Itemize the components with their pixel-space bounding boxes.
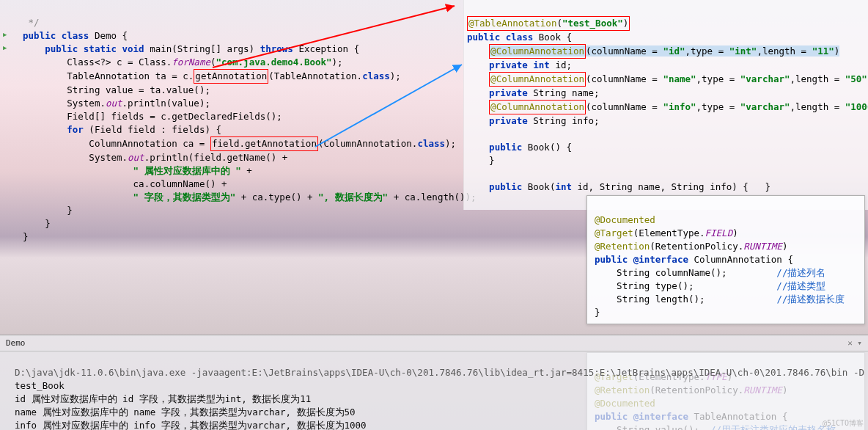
code: ); — [390, 70, 401, 81]
code: Book( — [522, 181, 555, 192]
code: ,length = — [790, 73, 845, 84]
keyword: class — [417, 138, 445, 149]
code: TableAnnotation ta = c. — [67, 70, 194, 81]
console-settings-icon[interactable]: ✕ ▾ — [847, 338, 862, 348]
column-annotation-popup: @Documented @Target(ElementType.FIELD) @… — [586, 195, 865, 324]
console-line: id 属性对应数据库中的 id 字段，其数据类型为int, 数据长度为11 — [15, 393, 311, 404]
code: ca.columnName() + — [133, 178, 227, 189]
code: .println(value); — [122, 98, 210, 109]
code: Book() { — [522, 142, 572, 153]
keyword: public class — [467, 32, 533, 43]
keyword: for — [67, 124, 84, 135]
string: "info" — [663, 101, 696, 112]
code: } — [45, 218, 51, 229]
code: } — [67, 205, 73, 216]
code: String value = ta.value(); — [67, 84, 210, 95]
string: "varchar" — [740, 73, 790, 84]
run-gutter-icon[interactable]: ▶ — [3, 41, 7, 54]
code: id; — [550, 59, 572, 70]
console-line: name 属性对应数据库中的 name 字段，其数据类型为varchar, 数据… — [15, 407, 356, 418]
code: Book { — [533, 32, 572, 43]
keyword: private int — [489, 59, 550, 70]
code: ); — [445, 138, 456, 149]
console-output[interactable]: D:\java\jdk-11.0.6\bin\java.exe -javaage… — [0, 351, 868, 430]
console-tab[interactable]: Demo — [6, 338, 26, 348]
code: (ColumnAnnotation. — [318, 138, 417, 149]
string: "varchar" — [740, 101, 790, 112]
watermark: @51CTO博客 — [823, 418, 864, 429]
code: ,length = — [790, 101, 845, 112]
code: ,type = — [696, 73, 740, 84]
editor-gutter: ▶ ▶ — [0, 0, 12, 335]
code: ); — [332, 57, 343, 68]
field: out — [128, 152, 144, 163]
code: (columnName = — [586, 101, 663, 112]
code: .println(field.getName() + — [144, 152, 288, 163]
code: Class<?> c = Class. — [67, 57, 172, 68]
code: (Field field : fields) { — [84, 124, 221, 135]
keyword: public — [489, 181, 522, 192]
keyword: public — [489, 142, 522, 153]
keyword: private — [489, 115, 528, 126]
method: main — [150, 43, 172, 54]
keyword: private — [489, 87, 528, 98]
console-line: test_Book — [15, 380, 65, 391]
code: Exception { — [298, 43, 359, 54]
string: "1000" — [845, 101, 868, 112]
run-console[interactable]: Demo ✕ ▾ ↑ ↓ ⏎ 🖶 D:\java\jdk-11.0.6\bin\… — [0, 335, 868, 430]
highlight-box: field.getAnnotation — [210, 136, 318, 151]
code: System. — [67, 98, 106, 109]
code: ColumnAnnotation ca = — [89, 138, 210, 149]
highlight-box: @ColumnAnnotation — [489, 100, 586, 114]
code: String name; — [528, 87, 600, 98]
code: (TableAnnotation. — [268, 70, 362, 81]
code: + — [241, 165, 252, 176]
highlight-box: @ColumnAnnotation — [489, 72, 586, 87]
highlight-box: @TableAnnotation("test_Book") — [467, 16, 630, 31]
code: ,type = — [696, 101, 740, 112]
string: "name" — [663, 73, 696, 84]
code: Demo { — [95, 30, 128, 41]
code: id, String name, String info) { } — [572, 181, 770, 192]
field: out — [106, 98, 122, 109]
code: } — [489, 155, 495, 166]
highlight-box: getAnnotation — [194, 69, 268, 84]
code: + ca.type() + — [235, 192, 318, 203]
keyword: public — [23, 30, 56, 41]
keyword: throws — [260, 43, 293, 54]
code: System. — [89, 152, 128, 163]
highlight-box: @ColumnAnnotation — [489, 44, 586, 59]
keyword: class — [362, 70, 390, 81]
code: Field[] fields = c.getDeclaredFields(); — [67, 111, 282, 122]
code: (columnName = — [586, 73, 663, 84]
string: "50" — [845, 73, 867, 84]
string: " 字段，其数据类型为" — [133, 192, 236, 203]
method: forName — [172, 57, 210, 68]
console-command: D:\java\jdk-11.0.6\bin\java.exe -javaage… — [15, 367, 864, 378]
run-gutter-icon[interactable]: ▶ — [3, 28, 7, 41]
code: } — [23, 231, 29, 242]
right-code-pane[interactable]: @TableAnnotation("test_Book") public cla… — [463, 0, 868, 210]
keyword: class — [62, 30, 89, 41]
console-tabbar[interactable]: Demo ✕ ▾ — [0, 335, 868, 351]
string: ", 数据长度为" — [318, 192, 388, 203]
code: (String[] args) — [172, 43, 254, 54]
keyword: int — [555, 181, 572, 192]
console-line: info 属性对应数据库中的 info 字段，其数据类型为varchar, 数据… — [15, 420, 367, 430]
code: String info; — [528, 115, 600, 126]
keyword: public static void — [45, 43, 144, 54]
comment: */ — [12, 17, 40, 28]
string: "com.java.demo4.Book" — [216, 57, 331, 68]
string: " 属性对应数据库中的 " — [133, 165, 241, 176]
